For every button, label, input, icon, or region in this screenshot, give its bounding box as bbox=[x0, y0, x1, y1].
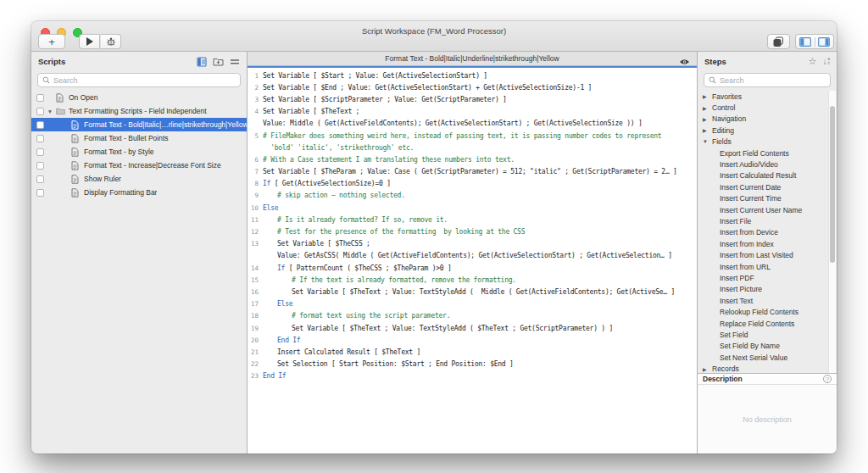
script-checkbox[interactable] bbox=[36, 94, 44, 102]
script-tab-title[interactable]: Format Text - Bold|Italic|Underline|stri… bbox=[385, 54, 559, 63]
disclosure-triangle-icon[interactable] bbox=[703, 127, 712, 133]
script-row[interactable]: Format Text - Bullet Points bbox=[31, 131, 247, 145]
new-folder-icon-button[interactable] bbox=[213, 57, 224, 66]
script-step-line[interactable]: 'bold' 'italic', 'strikethrough' etc. bbox=[248, 142, 697, 153]
run-script-button[interactable] bbox=[79, 34, 100, 49]
steps-scrollbar[interactable] bbox=[828, 91, 836, 373]
disclosure-triangle-icon[interactable] bbox=[703, 116, 712, 122]
compatibility-button[interactable] bbox=[767, 34, 790, 49]
step-item-row[interactable]: Insert Text bbox=[698, 295, 837, 306]
step-item-row[interactable]: Replace Field Contents bbox=[698, 318, 837, 329]
steps-search-field[interactable] bbox=[704, 73, 831, 87]
line-number: 10 bbox=[248, 204, 263, 212]
script-step-line[interactable]: 5# FileMaker does something weird here, … bbox=[248, 130, 697, 142]
script-step-line[interactable]: 6# With a Case statement I am translatin… bbox=[248, 153, 697, 165]
new-script-icon-button[interactable] bbox=[197, 57, 207, 67]
step-item-row[interactable]: Set Field By Name bbox=[698, 341, 837, 352]
script-checkbox[interactable] bbox=[36, 175, 44, 183]
script-checkbox[interactable] bbox=[36, 121, 44, 129]
steps-scrollbar-thumb[interactable] bbox=[830, 106, 835, 263]
script-step-line[interactable]: 19Set Variable [ $TheText ; Value: TextS… bbox=[248, 322, 697, 334]
scripts-panel: Scripts bbox=[31, 52, 248, 454]
script-folder-row[interactable]: Text Formatting Scripts - Field Independ… bbox=[31, 104, 247, 118]
debug-script-button[interactable] bbox=[101, 34, 121, 49]
script-step-line[interactable]: 20End If bbox=[248, 334, 697, 346]
step-item-row[interactable]: Set Next Serial Value bbox=[698, 352, 837, 363]
script-step-line[interactable]: 13Set Variable [ $TheCSS ; bbox=[248, 238, 697, 250]
step-item-row[interactable]: Insert Picture bbox=[698, 284, 837, 295]
step-item-row[interactable]: Insert from URL bbox=[698, 261, 837, 272]
script-checkbox[interactable] bbox=[36, 108, 44, 115]
favorites-star-icon[interactable]: ☆ bbox=[809, 57, 817, 66]
script-step-line[interactable]: 16Set Variable [ $TheText ; Value: TextS… bbox=[248, 286, 697, 298]
steps-category-row[interactable]: Favorites bbox=[698, 91, 837, 102]
script-checkbox[interactable] bbox=[36, 162, 44, 170]
sort-steps-icon[interactable]: ↓az bbox=[822, 58, 830, 66]
step-item-row[interactable]: Set Field bbox=[698, 329, 837, 340]
script-step-line[interactable]: 1Set Variable [ $Start ; Value: Get(Acti… bbox=[248, 70, 697, 81]
script-row[interactable]: Display Formatting Bar bbox=[31, 186, 247, 199]
script-step-line[interactable]: Value: Middle ( Get(ActiveFieldContents)… bbox=[248, 118, 697, 130]
step-text: # Is it already formatted? If so, remove… bbox=[263, 216, 448, 224]
script-step-line[interactable]: 17Else bbox=[248, 298, 697, 310]
step-item-row[interactable]: Insert Current Time bbox=[698, 193, 837, 204]
steps-search-input[interactable] bbox=[720, 76, 826, 85]
script-step-line[interactable]: 10Else bbox=[248, 202, 697, 214]
help-icon[interactable]: ? bbox=[823, 375, 832, 383]
scripts-search-field[interactable] bbox=[37, 73, 241, 87]
steps-category-row[interactable]: Control bbox=[698, 102, 837, 113]
step-item-row[interactable]: Insert Calculated Result bbox=[698, 170, 837, 181]
disclosure-triangle-icon[interactable] bbox=[703, 139, 712, 144]
step-item-row[interactable]: Insert Audio/Video bbox=[698, 159, 837, 170]
step-item-row[interactable]: Insert from Index bbox=[698, 238, 837, 249]
script-checkbox[interactable] bbox=[36, 135, 44, 142]
script-step-line[interactable]: 9# skip action – nothing selected. bbox=[248, 190, 697, 202]
script-step-line[interactable]: 8If [ Get(ActiveSelectionSize)=0 ] bbox=[248, 178, 697, 190]
script-step-line[interactable]: 11# Is it already formatted? If so, remo… bbox=[248, 214, 697, 225]
script-checkbox[interactable] bbox=[36, 148, 44, 156]
scripts-search-input[interactable] bbox=[53, 76, 236, 85]
script-step-line[interactable]: 15# If the text is already formatted, re… bbox=[248, 274, 697, 286]
steps-panel-title: Steps bbox=[704, 57, 809, 66]
script-step-line[interactable]: 14If [ PatternCount ( $TheCSS ; $ThePara… bbox=[248, 262, 697, 274]
script-row[interactable]: Format Text - by Style bbox=[31, 145, 247, 159]
script-row[interactable]: Format Text - Bold|Italic|…rline|striket… bbox=[31, 118, 247, 131]
disclosure-triangle-icon[interactable] bbox=[703, 105, 712, 111]
script-row[interactable]: Show Ruler bbox=[31, 172, 247, 186]
script-step-line[interactable]: 7Set Variable [ $TheParam ; Value: Case … bbox=[248, 166, 697, 178]
steps-category-row[interactable]: Fields bbox=[698, 136, 837, 147]
disclosure-triangle-icon[interactable] bbox=[44, 109, 56, 114]
step-item-row[interactable]: Insert from Last Visited bbox=[698, 249, 837, 260]
steps-category-row[interactable]: Navigation bbox=[698, 114, 837, 125]
step-item-row[interactable]: Insert File bbox=[698, 215, 837, 226]
script-step-line[interactable]: 18# format text using the script paramet… bbox=[248, 310, 697, 322]
step-item-row[interactable]: Insert PDF bbox=[698, 272, 837, 283]
script-step-line[interactable]: 21Insert Calculated Result [ $TheText ] bbox=[248, 346, 697, 358]
step-item-row[interactable]: Export Field Contents bbox=[698, 147, 837, 159]
script-step-line[interactable]: 23End If bbox=[248, 370, 697, 382]
preview-eye-icon[interactable] bbox=[679, 54, 690, 70]
new-script-button[interactable]: + bbox=[38, 34, 65, 49]
step-item-row[interactable]: Insert from Device bbox=[698, 227, 837, 238]
script-step-line[interactable]: 12# Test for the presence of the formatt… bbox=[248, 225, 697, 237]
steps-category-row[interactable]: Editing bbox=[698, 125, 837, 136]
steps-category-row[interactable]: Records bbox=[698, 363, 837, 373]
disclosure-triangle-icon[interactable] bbox=[703, 366, 712, 372]
toggle-left-pane-button[interactable] bbox=[796, 37, 815, 47]
script-step-line[interactable]: 3Set Variable [ $ScriptParameter ; Value… bbox=[248, 93, 697, 105]
step-item-row[interactable]: Insert Current Date bbox=[698, 181, 837, 192]
line-number: 2 bbox=[248, 84, 263, 92]
script-step-line[interactable]: Value: GetAsCSS( Middle ( Get(ActiveFiel… bbox=[248, 250, 697, 262]
script-row[interactable]: On Open bbox=[31, 91, 247, 104]
disclosure-triangle-icon[interactable] bbox=[703, 93, 712, 99]
list-view-icon-button[interactable] bbox=[230, 58, 240, 66]
step-item-row[interactable]: Insert Current User Name bbox=[698, 204, 837, 215]
script-row[interactable]: Format Text - Increase|Decrease Font Siz… bbox=[31, 159, 247, 172]
step-item-label: Set Field By Name bbox=[720, 342, 780, 350]
script-step-line[interactable]: 4Set Variable [ $TheText ; bbox=[248, 106, 697, 118]
toggle-right-pane-button[interactable] bbox=[815, 37, 834, 47]
step-item-row[interactable]: Relookup Field Contents bbox=[698, 306, 837, 317]
script-step-line[interactable]: 22Set Selection [ Start Position: $Start… bbox=[248, 359, 697, 370]
script-step-line[interactable]: 2Set Variable [ $End ; Value: Get(Active… bbox=[248, 81, 697, 93]
script-checkbox[interactable] bbox=[36, 189, 44, 197]
